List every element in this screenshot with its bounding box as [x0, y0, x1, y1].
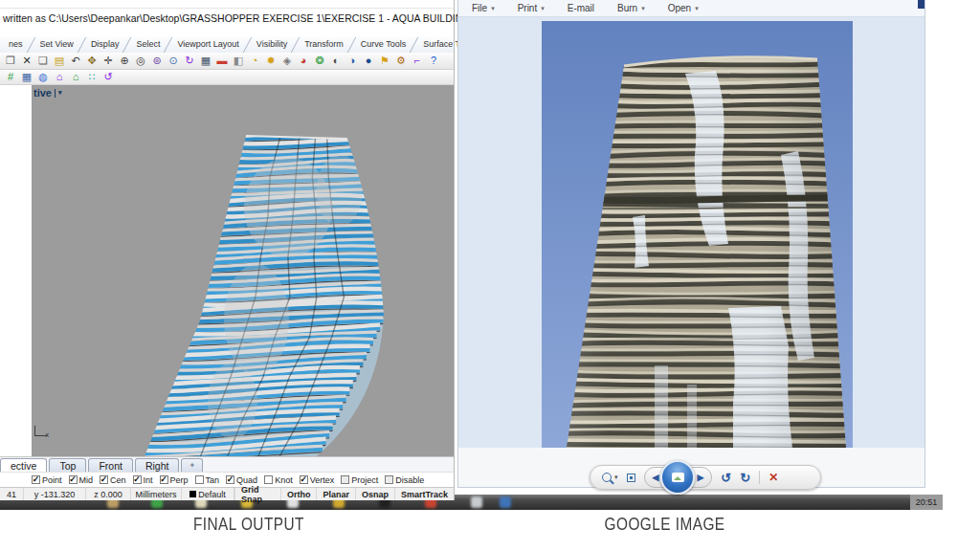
viewer-menu-burn[interactable]: Burn▾ — [617, 3, 645, 13]
render-icon[interactable]: ◕ — [297, 55, 310, 66]
zoom-selected-icon[interactable]: ⊙ — [167, 55, 180, 66]
viewport-tab-right[interactable]: Right — [135, 458, 180, 472]
osnap-int[interactable]: ✓Int — [133, 475, 153, 485]
menu-tab-visibility[interactable]: Visibility — [248, 36, 296, 53]
osnap-checkbox-disable[interactable] — [385, 475, 393, 484]
osnap-checkbox-tan[interactable] — [195, 475, 204, 484]
color-wheel-icon[interactable]: ❂ — [313, 55, 326, 66]
new-file-icon[interactable]: ❐ — [4, 55, 17, 66]
rotate-cw-button[interactable]: ↻ — [740, 472, 750, 484]
grid-cell-icon[interactable]: ▦ — [20, 72, 33, 82]
osnap-knot[interactable]: Knot — [264, 475, 293, 485]
house-green-icon[interactable]: ⌂ — [69, 72, 82, 82]
delete-icon[interactable]: ✕ — [20, 55, 33, 66]
undo-icon[interactable]: ↶ — [69, 55, 82, 66]
osnap-checkbox-mid[interactable]: ✓ — [69, 475, 78, 484]
refresh-cycle-icon[interactable]: ↺ — [101, 72, 115, 82]
roof-purple-icon[interactable]: ⌂ — [53, 72, 66, 82]
osnap-label-disable: Disable — [395, 475, 424, 485]
osnap-project[interactable]: Project — [341, 475, 378, 485]
zoom-caret-icon[interactable]: ▾ — [614, 474, 618, 481]
dots-grid-icon[interactable]: ∷ — [85, 72, 99, 82]
layer-color-swatch[interactable] — [189, 491, 196, 497]
osnap-cen[interactable]: ✓Cen — [100, 475, 126, 485]
rotate-ccw-button[interactable]: ↺ — [721, 472, 731, 484]
zoom-control[interactable]: ▾ — [602, 473, 618, 482]
osnap-checkbox-point[interactable]: ✓ — [32, 475, 40, 484]
globe-icon[interactable]: ◍ — [36, 72, 50, 82]
status-toggle-planar[interactable]: Planar — [316, 488, 355, 500]
perspective-viewport[interactable]: tive ▾ x — [32, 85, 454, 456]
rendered-view-icon[interactable]: ● — [362, 55, 375, 66]
slideshow-button[interactable] — [660, 460, 695, 495]
zoom-in-icon[interactable]: ⊕ — [118, 55, 131, 66]
osnap-point[interactable]: ✓Point — [32, 475, 62, 485]
osnap-checkbox-knot[interactable] — [264, 475, 273, 484]
viewer-menu-e-mail[interactable]: E-mail — [568, 3, 594, 13]
ghosted-view-icon[interactable]: ◑ — [345, 55, 359, 66]
move-icon[interactable]: ✛ — [101, 55, 115, 66]
viewport-tab-item[interactable]: ✦ — [181, 458, 203, 472]
taskbar-app-10[interactable] — [500, 496, 511, 508]
flag-icon[interactable]: ⚑ — [378, 55, 391, 66]
viewport-grid-icon[interactable]: ▦ — [199, 55, 212, 66]
copy-icon[interactable]: ❏ — [36, 55, 50, 66]
osnap-perp[interactable]: ✓Perp — [160, 475, 189, 485]
taskbar-app-9[interactable] — [471, 496, 482, 508]
zoom-window-icon[interactable]: ◎ — [134, 55, 147, 66]
controls-divider — [759, 471, 760, 484]
taskbar-clock[interactable]: 20:51 — [910, 495, 943, 510]
delete-button[interactable]: ✕ — [768, 472, 778, 483]
rotate-view-icon[interactable]: ↻ — [183, 55, 196, 66]
osnap-checkbox-perp[interactable]: ✓ — [160, 475, 168, 484]
viewport-tab-top[interactable]: Top — [49, 458, 86, 472]
command-history-area[interactable]: written as C:\Users\Deepankar\Desktop\GR… — [0, 0, 454, 37]
osnap-checkbox-vertex[interactable]: ✓ — [300, 475, 308, 484]
menu-tab-transform[interactable]: Transform — [296, 36, 352, 53]
corner-widget-icon[interactable]: ⌐ — [411, 55, 424, 66]
menu-tab-display[interactable]: Display — [82, 36, 128, 53]
paste-icon[interactable]: ▤ — [53, 55, 66, 66]
help-icon[interactable]: ? — [427, 55, 440, 66]
osnap-checkbox-project[interactable] — [341, 475, 349, 484]
actual-size-icon[interactable] — [627, 474, 635, 482]
viewer-menu-open[interactable]: Open▾ — [668, 3, 699, 13]
osnap-checkbox-cen[interactable]: ✓ — [100, 475, 108, 484]
next-button[interactable]: ▶ — [697, 473, 703, 482]
viewer-menu-print[interactable]: Print▾ — [518, 3, 545, 13]
osnap-quad[interactable]: ✓Quad — [226, 475, 257, 485]
pan-icon[interactable]: ✥ — [85, 55, 99, 66]
menu-tab-curve-tools[interactable]: Curve Tools — [352, 36, 414, 53]
osnap-vertex[interactable]: ✓Vertex — [300, 475, 335, 485]
viewport-tab-ective[interactable]: ective — [0, 458, 47, 472]
osnap-mid[interactable]: ✓Mid — [69, 475, 94, 485]
status-toggle-grid-snap[interactable]: Grid Snap — [234, 488, 280, 500]
menu-tab-viewport-layout[interactable]: Viewport Layout — [168, 36, 247, 53]
gear-icon[interactable]: ⚙ — [394, 55, 408, 66]
zoom-dynamic-icon[interactable]: ⊚ — [150, 55, 164, 66]
viewport-title[interactable]: tive ▾ — [33, 87, 61, 99]
viewport-menu-arrow-icon[interactable]: ▾ — [58, 89, 62, 97]
status-cell-millimeters: Millimeters — [131, 488, 182, 500]
viewport-tab-front[interactable]: Front — [88, 458, 133, 472]
viewer-menu-file[interactable]: File▾ — [472, 3, 495, 13]
lock-icon[interactable]: ◈ — [280, 55, 294, 66]
status-cell-default[interactable]: Default — [182, 488, 234, 500]
osnap-checkbox-int[interactable]: ✓ — [133, 475, 142, 484]
menu-tab-set-view[interactable]: Set View — [32, 36, 82, 53]
status-toggle-ortho[interactable]: Ortho — [280, 488, 317, 500]
menu-tab-nes[interactable]: nes — [0, 36, 32, 53]
osnap-tan[interactable]: Tan — [195, 475, 220, 485]
menu-tab-select[interactable]: Select — [127, 36, 168, 53]
status-toggle-smarttrack[interactable]: SmartTrack — [394, 488, 454, 500]
previous-button[interactable]: ◀ — [653, 473, 659, 482]
show-icon[interactable]: ◧ — [232, 55, 245, 66]
history-icon[interactable]: ◔ — [248, 55, 261, 66]
hide-icon[interactable]: ▬ — [215, 55, 229, 66]
status-toggle-osnap[interactable]: Osnap — [355, 488, 394, 500]
lamp-icon[interactable]: ✹ — [264, 55, 278, 66]
osnap-disable[interactable]: Disable — [385, 475, 424, 485]
osnap-checkbox-quad[interactable]: ✓ — [226, 475, 234, 484]
shaded-view-icon[interactable]: ◐ — [329, 55, 343, 66]
hash-snap-icon[interactable]: # — [4, 72, 17, 82]
